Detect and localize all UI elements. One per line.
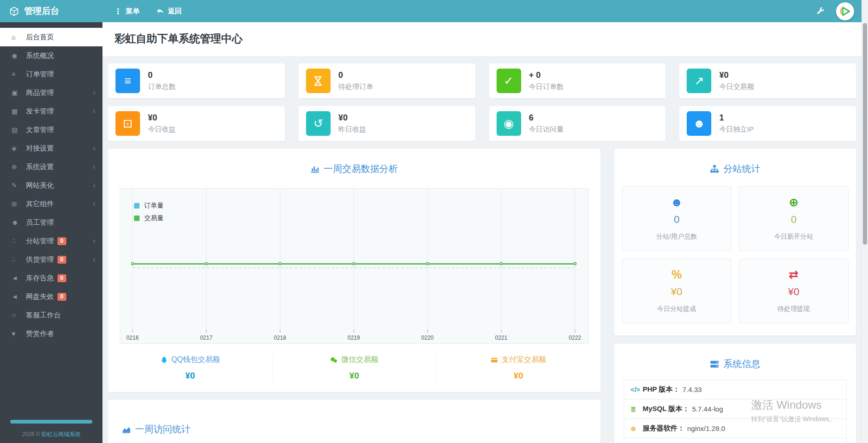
sidebar-item-label: 赞赏作者 (26, 329, 54, 338)
payment-label: QQ钱包交易额 (172, 355, 220, 365)
scrollbar-thumb[interactable] (863, 23, 867, 245)
stat-value: 0 (338, 70, 373, 80)
count-badge: 0 (57, 293, 66, 301)
stat-label: 今日独立IP (719, 125, 753, 134)
data-point-marker (204, 262, 208, 266)
sidebar-item-suppliers[interactable]: ∴ 供货管理 0 ‹ (0, 250, 102, 269)
sidebar-item-label: 供货管理 (26, 255, 54, 264)
stat-value: 0 (148, 70, 176, 80)
stat-label: 昨日收益 (338, 125, 366, 134)
sitemap-icon: ∴ (12, 256, 26, 263)
visits-card-title: 一周访问统计 (108, 400, 600, 436)
sidebar-item-products[interactable]: ▣ 商品管理 ‹ (0, 83, 102, 102)
topbar-right (817, 2, 862, 20)
stat-pending-orders: ⋈ 0 待处理订单 (299, 63, 475, 98)
x-axis-label: 0221 (495, 335, 508, 341)
gridline (132, 189, 133, 329)
headset-icon: ∩ (12, 311, 26, 319)
wrench-icon[interactable] (817, 7, 825, 15)
system-info-value: 7.4.33 (683, 386, 702, 393)
sidebar-item-label: 员工管理 (26, 218, 54, 227)
sidebar-item-netdisk-invalid[interactable]: ◄ 网盘失效 0 (0, 287, 102, 306)
data-point-marker (352, 262, 355, 266)
gridline (280, 189, 280, 329)
topbar-nav: ⋮ 菜单 返回 (114, 7, 182, 16)
video-player-logo[interactable] (836, 2, 854, 20)
reply-arrow-icon (156, 7, 164, 15)
x-axis-label: 0222 (569, 335, 581, 341)
bullhorn-icon: ◄ (12, 293, 26, 300)
stat-today-volume: ↗ ¥0 今日交易额 (679, 63, 856, 98)
sidebar-item-home[interactable]: ⌂ 后台首页 (0, 28, 102, 46)
sidebar-item-card-issuing[interactable]: ▦ 发卡管理 ‹ (0, 102, 102, 120)
weekly-trade-card: 一周交易数据分析 订单量交易量 021602170218021902200221… (108, 149, 600, 392)
app-logo[interactable]: 管理后台 (0, 5, 102, 17)
bar-chart-icon (311, 165, 319, 173)
sidebar: ⌂ 后台首页 ◉ 系统概况 ≡ 订单管理 ▣ 商品管理 (0, 22, 102, 443)
system-info-label: PHP 版本： (643, 385, 680, 394)
grid-icon: ▦ (12, 108, 26, 115)
history-icon: ↺ (306, 111, 331, 136)
stat-value: 1 (719, 113, 753, 123)
users-icon: ☻ (687, 111, 711, 136)
substation-label: 分站/用户总数 (622, 233, 731, 241)
percent-icon: % (622, 268, 731, 281)
legend-item[interactable]: 订单量 (134, 202, 164, 210)
menu-button[interactable]: ⋮ 菜单 (114, 7, 140, 16)
copyright: 2026 © 彩虹云商城系统 (0, 430, 102, 438)
chevron-left-icon: ‹ (93, 200, 96, 208)
wechat-volume: 微信交易额 ¥0 (272, 355, 436, 381)
sidebar-item-orders[interactable]: ≡ 订单管理 (0, 65, 102, 83)
legend-item[interactable]: 交易量 (134, 214, 164, 222)
data-point-marker (278, 262, 281, 266)
users-icon: ☻ (622, 196, 731, 209)
sidebar-item-staff[interactable]: ☻ 员工管理 (0, 213, 102, 232)
sidebar-item-overview[interactable]: ◉ 系统概况 (0, 46, 102, 65)
substation-grid: ☻ 0 分站/用户总数 ⊕ 0 今日新开分站 (614, 175, 856, 323)
substation-cell: ⊕ 0 今日新开分站 (739, 186, 849, 251)
system-info-row: ◷ 服务器时间： 2026-02-23 22:40:52 (624, 438, 846, 443)
line-chart-plot: 订单量交易量 0216021702180219022002210222 (120, 188, 589, 344)
legend-label: 交易量 (144, 214, 164, 222)
sidebar-item-label: 后台首页 (26, 33, 54, 42)
system-info-row: ≣ MySQL 版本： 5.7.44-log (624, 399, 846, 418)
sidebar-item-stock-alert[interactable]: ◄ 库存告急 0 (0, 269, 102, 287)
sidebar-item-substations[interactable]: ∴ 分站管理 0 ‹ (0, 232, 102, 250)
stat-orders-total: ≡ 0 订单总数 (108, 63, 285, 98)
stat-value: 6 (529, 113, 564, 123)
x-axis-label: 0216 (126, 335, 139, 341)
stat-value: + 0 (529, 70, 564, 80)
hourglass-icon: ⋈ (306, 69, 331, 93)
sidebar-item-support-desk[interactable]: ∩ 客服工作台 (0, 306, 102, 324)
sidebar-item-label: 订单管理 (26, 70, 54, 79)
back-button[interactable]: 返回 (156, 7, 182, 16)
qq-icon (160, 356, 168, 364)
list-icon: ≡ (12, 70, 26, 78)
dashboard-icon: ◉ (12, 52, 26, 59)
gear-icon: ⊛ (12, 163, 26, 171)
sidebar-item-api-docking[interactable]: ◈ 对接设置 ‹ (0, 139, 102, 158)
globe-icon: ⊕ (631, 425, 643, 432)
chart-line-icon: ↗ (687, 69, 711, 93)
gridline (574, 189, 575, 329)
sidebar-item-beautify[interactable]: ✎ 网站美化 ‹ (0, 176, 102, 195)
main-content: 彩虹自助下单系统管理中心 ≡ 0 订单总数 ⋈ 0 待处理订单 (102, 22, 862, 443)
sidebar-item-donate[interactable]: ♥ 赞赏作者 (0, 324, 102, 343)
cogs-icon: ⊞ (12, 200, 26, 208)
chart-legend: 订单量交易量 (134, 202, 164, 227)
sidebar-item-settings[interactable]: ⊛ 系统设置 ‹ (0, 158, 102, 176)
substation-label: 今日新开分站 (740, 233, 849, 241)
sidebar-footer: 2026 © 彩虹云商城系统 (0, 420, 102, 438)
x-axis-label: 0218 (274, 335, 286, 341)
system-info-list: </> PHP 版本： 7.4.33 ≣ MySQL 版本： 5.7.44-lo… (624, 380, 847, 443)
x-axis-label: 0219 (347, 335, 360, 341)
area-chart-icon (122, 425, 131, 434)
system-info-label: MySQL 版本： (643, 405, 689, 413)
exchange-icon: ⇄ (740, 268, 849, 281)
sitemap-icon: ∴ (12, 237, 26, 245)
brand-link[interactable]: 彩虹云商城系统 (42, 431, 81, 437)
sidebar-item-components[interactable]: ⊞ 其它组件 ‹ (0, 195, 102, 213)
heart-icon: ♥ (12, 330, 26, 337)
sidebar-item-articles[interactable]: ▤ 文章管理 (0, 120, 102, 139)
brush-icon: ✎ (12, 182, 26, 189)
